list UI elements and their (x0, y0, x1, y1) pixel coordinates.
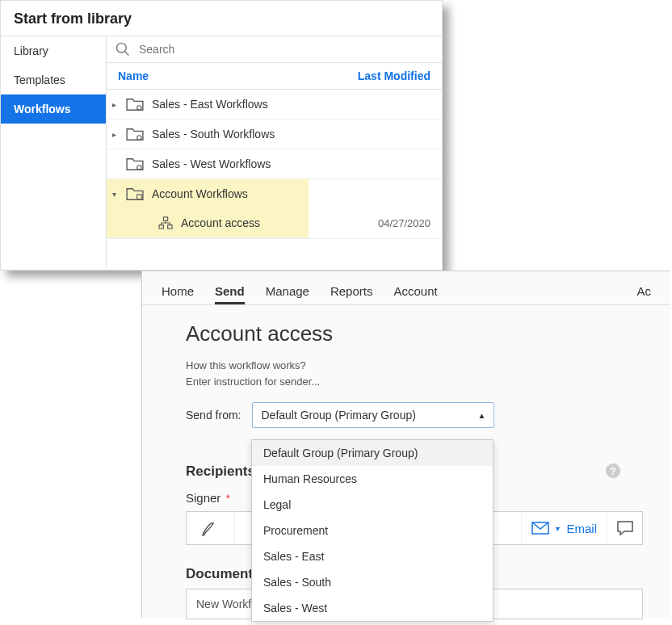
top-nav: Home Send Manage Reports Account Ac (142, 271, 670, 305)
dropdown-option[interactable]: Sales - West (252, 595, 493, 621)
nav-reports[interactable]: Reports (330, 276, 373, 304)
workflow-label: Account access (181, 216, 260, 229)
dropdown-option[interactable]: Human Resources (252, 466, 493, 492)
send-from-dropdown[interactable]: Default Group (Primary Group) ▲ (252, 402, 494, 428)
dropdown-option[interactable]: Procurement (252, 518, 493, 543)
col-name[interactable]: Name (118, 69, 149, 82)
library-body: Library Templates Workflows Name Last Mo… (1, 36, 442, 267)
dropdown-option[interactable]: Default Group (Primary Group) (252, 440, 493, 466)
help-line-1: How this workflow works? (186, 358, 643, 374)
send-from-label: Send from: (186, 409, 241, 422)
svg-rect-8 (168, 225, 172, 229)
pen-icon (201, 520, 220, 536)
nav-account[interactable]: Account (393, 276, 437, 304)
page-content: Account access How this workflow works? … (142, 305, 670, 625)
folder-icon (126, 97, 144, 111)
folder-label: Sales - West Workflows (152, 157, 435, 170)
search-input[interactable] (139, 43, 434, 56)
chevron-up-icon: ▲ (478, 411, 486, 420)
svg-point-2 (137, 106, 141, 110)
recipients-heading: Recipients (186, 464, 255, 480)
svg-rect-7 (159, 225, 163, 229)
required-asterisk: * (225, 491, 230, 505)
chevron-down-icon: ▾ (556, 524, 560, 533)
chevron-right-icon: ▸ (110, 100, 118, 109)
page-title: Account access (186, 321, 643, 346)
dropdown-selected: Default Group (Primary Group) (261, 409, 415, 422)
help-line-2: Enter instruction for sender... (186, 374, 643, 390)
library-panel: Start from library Library Templates Wor… (0, 0, 443, 271)
folder-label: Sales - East Workflows (152, 98, 435, 111)
search-icon (115, 41, 131, 57)
sidebar-item-workflows[interactable]: Workflows (1, 94, 106, 124)
dropdown-option[interactable]: Sales - South (252, 569, 493, 595)
private-message-button[interactable] (607, 512, 642, 544)
dropdown-option[interactable]: Sales - East (252, 543, 493, 569)
search-row (107, 36, 442, 63)
help-icon[interactable]: ? (606, 464, 620, 478)
folder-row-sales-east[interactable]: ▸ Sales - East Workflows (107, 90, 442, 120)
dropdown-option[interactable]: Legal (252, 492, 493, 518)
library-sidebar: Library Templates Workflows (1, 36, 106, 267)
send-panel: Home Send Manage Reports Account Ac Acco… (141, 271, 670, 618)
folder-icon (126, 157, 144, 171)
folder-row-sales-south[interactable]: ▸ Sales - South Workflows (107, 120, 442, 149)
svg-rect-6 (163, 217, 167, 220)
email-label: Email (566, 522, 597, 535)
nav-right-truncated[interactable]: Ac (636, 276, 651, 304)
folder-row-account[interactable]: ▾ Account Workflows (107, 179, 309, 208)
svg-line-1 (125, 52, 129, 56)
sidebar-item-library[interactable]: Library (1, 36, 106, 65)
folder-label: Account Workflows (152, 187, 302, 200)
email-verify-button[interactable]: ▾ Email (521, 512, 607, 544)
signer-role-button[interactable] (187, 512, 235, 544)
speech-bubble-icon (616, 520, 634, 536)
svg-point-0 (117, 44, 127, 53)
dropdown-list: Default Group (Primary Group) Human Reso… (251, 439, 494, 622)
nav-home[interactable]: Home (162, 276, 194, 304)
sidebar-item-templates[interactable]: Templates (1, 65, 106, 94)
workflow-date: 04/27/2020 (378, 217, 442, 229)
send-from-row: Send from: Default Group (Primary Group)… (186, 402, 643, 428)
chevron-right-icon: ▸ (110, 130, 118, 139)
folder-label: Sales - South Workflows (152, 128, 435, 141)
library-main: Name Last Modified ▸ Sales - East Workfl… (106, 36, 442, 267)
folder-row-sales-west[interactable]: Sales - West Workflows (107, 149, 442, 179)
workflow-row[interactable]: Account access 04/27/2020 (107, 208, 442, 239)
chevron-down-icon: ▾ (110, 190, 118, 199)
column-header: Name Last Modified (107, 63, 442, 90)
svg-point-4 (137, 166, 141, 170)
svg-point-3 (137, 136, 141, 140)
folder-icon (126, 187, 144, 201)
library-title: Start from library (1, 1, 442, 36)
nav-send[interactable]: Send (215, 276, 245, 304)
col-modified[interactable]: Last Modified (358, 69, 430, 82)
signer-label: Signer (186, 491, 220, 505)
envelope-icon (531, 522, 549, 535)
folder-icon (126, 127, 144, 141)
svg-rect-5 (137, 195, 141, 199)
workflow-icon (158, 216, 173, 229)
nav-manage[interactable]: Manage (266, 276, 309, 304)
